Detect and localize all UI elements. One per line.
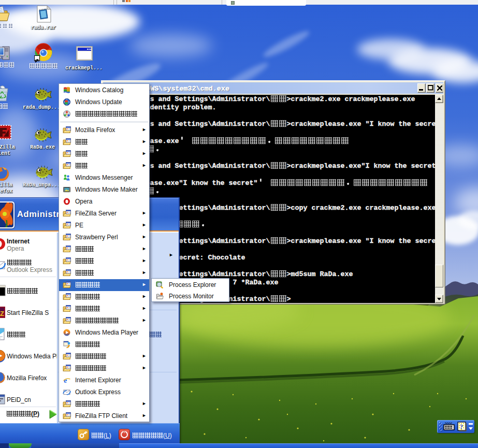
svg-text:FZ: FZ: [0, 310, 4, 317]
svg-text:?: ?: [460, 423, 463, 430]
